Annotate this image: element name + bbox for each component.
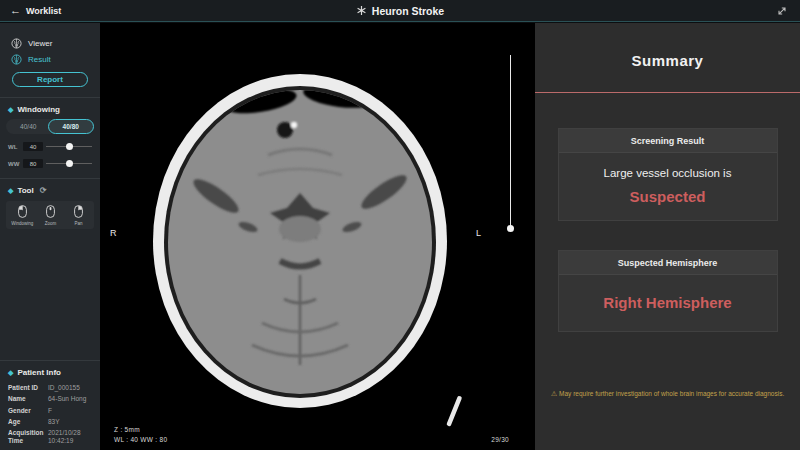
patient-id-label: Patient ID xyxy=(8,384,44,392)
diamond-icon: ◆ xyxy=(8,369,13,376)
wl-value: 40 xyxy=(23,142,43,151)
disclaimer-message: May require further investigation of who… xyxy=(559,390,784,397)
mouse-windowing-icon xyxy=(18,205,27,218)
back-arrow-icon: ← xyxy=(10,5,21,16)
suspected-hemisphere-value: Right Hemisphere xyxy=(565,294,771,311)
worklist-back-button[interactable]: ← Worklist xyxy=(10,5,61,16)
suspected-hemisphere-header: Suspected Hemisphere xyxy=(559,251,777,275)
sidebar-item-result[interactable]: Result xyxy=(0,51,100,67)
ww-slider-row: WW 80 xyxy=(8,159,92,168)
z-thickness-overlay: Z : 5mm xyxy=(114,426,140,433)
orientation-marker-right: R xyxy=(110,228,117,238)
worklist-label: Worklist xyxy=(26,6,61,16)
ww-label: WW xyxy=(8,161,20,167)
wl-slider-thumb[interactable] xyxy=(66,143,73,150)
summary-underline xyxy=(535,92,800,93)
ct-viewer[interactable]: R L Z : 5mm WL : 40 WW : 80 29/30 xyxy=(100,23,535,450)
patient-gender-label: Gender xyxy=(8,407,44,415)
slice-slider-thumb[interactable] xyxy=(507,225,514,232)
patient-info-header: ◆ Patient Info xyxy=(0,361,100,381)
tool-pan-button[interactable]: Pan xyxy=(64,205,92,226)
app-root: ← Worklist Heuron Stroke Viewer xyxy=(0,0,800,450)
summary-title: Summary xyxy=(535,52,800,69)
orientation-marker-left: L xyxy=(476,228,481,238)
wl-slider-row: WL 40 xyxy=(8,142,92,151)
tool-pan-label: Pan xyxy=(74,220,82,225)
patient-name-value: 64-Sun Hong xyxy=(48,395,92,403)
wl-label: WL xyxy=(8,144,20,150)
warning-icon: ⚠ xyxy=(551,390,557,397)
slice-slider[interactable] xyxy=(510,55,511,229)
screening-result-box: Screening Result Large vessel occlusion … xyxy=(558,128,778,221)
preset-40-80-button[interactable]: 40/80 xyxy=(48,119,95,134)
brain-viewer-icon xyxy=(11,38,22,49)
patient-id-value: ID_000155 xyxy=(48,384,92,392)
ww-value: 80 xyxy=(23,159,43,168)
suspected-hemisphere-body: Right Hemisphere xyxy=(559,275,777,331)
top-bar: ← Worklist Heuron Stroke xyxy=(0,0,800,22)
patient-info-title: Patient Info xyxy=(17,368,61,377)
slice-counter: 29/30 xyxy=(491,436,509,443)
app-title-text: Heuron Stroke xyxy=(372,5,444,17)
tool-zoom-label: Zoom xyxy=(44,220,56,225)
acquisition-time-row: Acquisition Time 2021/10/28 10:42:19 xyxy=(8,429,92,445)
tool-reset-icon[interactable]: ⟳ xyxy=(40,186,47,195)
tool-zoom-button[interactable]: Zoom xyxy=(36,205,64,226)
screening-result-body: Large vessel occlusion is Suspected xyxy=(559,153,777,220)
brain-result-icon xyxy=(11,54,22,65)
heuron-logo-icon xyxy=(356,5,367,16)
patient-age-label: Age xyxy=(8,418,44,426)
patient-info-section: ◆ Patient Info Patient ID ID_000155 Name… xyxy=(0,360,100,445)
patient-age-value: 83Y xyxy=(48,418,92,426)
patient-name-label: Name xyxy=(8,395,44,403)
suspected-hemisphere-box: Suspected Hemisphere Right Hemisphere xyxy=(558,250,778,332)
acquisition-time-label: Acquisition Time xyxy=(8,429,44,445)
patient-gender-value: F xyxy=(48,407,92,415)
windowing-presets: 40/40 40/80 xyxy=(6,119,94,134)
screening-result-header: Screening Result xyxy=(559,129,777,153)
window-level-overlay: WL : 40 WW : 80 xyxy=(114,436,167,443)
wl-slider[interactable] xyxy=(46,146,92,147)
ww-slider-thumb[interactable] xyxy=(66,160,73,167)
sidebar-item-viewer-label: Viewer xyxy=(28,39,52,48)
diamond-icon: ◆ xyxy=(8,187,13,194)
report-button[interactable]: Report xyxy=(12,72,88,87)
mouse-zoom-icon xyxy=(46,205,55,218)
summary-panel: Summary Screening Result Large vessel oc… xyxy=(535,23,800,450)
patient-name-row: Name 64-Sun Hong xyxy=(8,395,92,403)
tool-grid: Windowing Zoom Pan xyxy=(6,201,94,229)
acquisition-time-value: 2021/10/28 10:42:19 xyxy=(48,429,92,445)
disclaimer-text: ⚠May require further investigation of wh… xyxy=(539,390,796,398)
patient-age-row: Age 83Y xyxy=(8,418,92,426)
sidebar-item-result-label: Result xyxy=(28,55,51,64)
screening-result-line: Large vessel occlusion is xyxy=(565,167,771,179)
patient-id-row: Patient ID ID_000155 xyxy=(8,384,92,392)
ww-slider[interactable] xyxy=(46,163,92,164)
diamond-icon: ◆ xyxy=(8,106,13,113)
sidebar-item-viewer[interactable]: Viewer xyxy=(0,35,100,51)
screening-result-value: Suspected xyxy=(565,188,771,205)
windowing-title: Windowing xyxy=(17,105,60,114)
preset-40-40-button[interactable]: 40/40 xyxy=(6,119,51,134)
ct-brain-image xyxy=(100,23,535,450)
patient-gender-row: Gender F xyxy=(8,407,92,415)
tool-windowing-button[interactable]: Windowing xyxy=(8,205,36,226)
app-title: Heuron Stroke xyxy=(356,5,444,17)
mouse-pan-icon xyxy=(74,205,83,218)
windowing-section-header: ◆ Windowing xyxy=(0,98,100,118)
fullscreen-icon[interactable] xyxy=(776,5,788,17)
tool-title: Tool xyxy=(17,186,33,195)
tool-section-header: ◆ Tool ⟳ xyxy=(0,179,100,199)
tool-windowing-label: Windowing xyxy=(11,220,33,225)
sidebar: Viewer Result Report ◆ Windowing 40/40 4… xyxy=(0,23,100,450)
